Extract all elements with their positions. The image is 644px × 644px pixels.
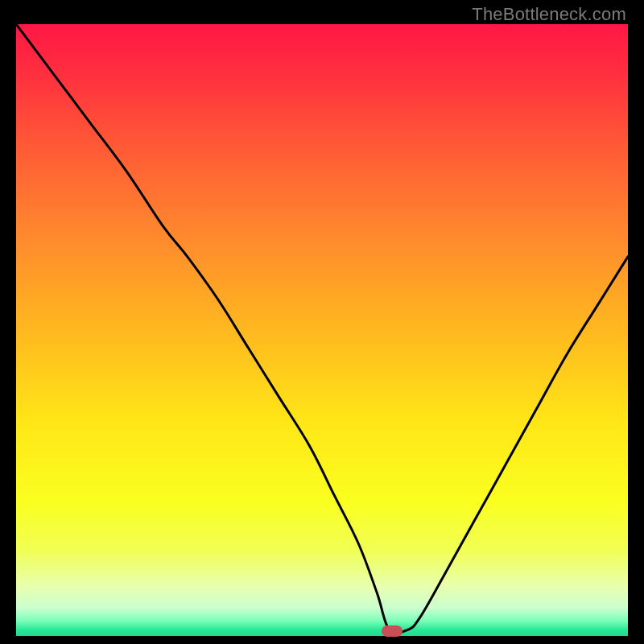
chart-frame (16, 24, 628, 636)
chart-svg (16, 24, 628, 636)
heatmap-background (16, 24, 628, 636)
watermark-text: TheBottleneck.com (472, 4, 626, 25)
optimum-marker (382, 625, 402, 637)
